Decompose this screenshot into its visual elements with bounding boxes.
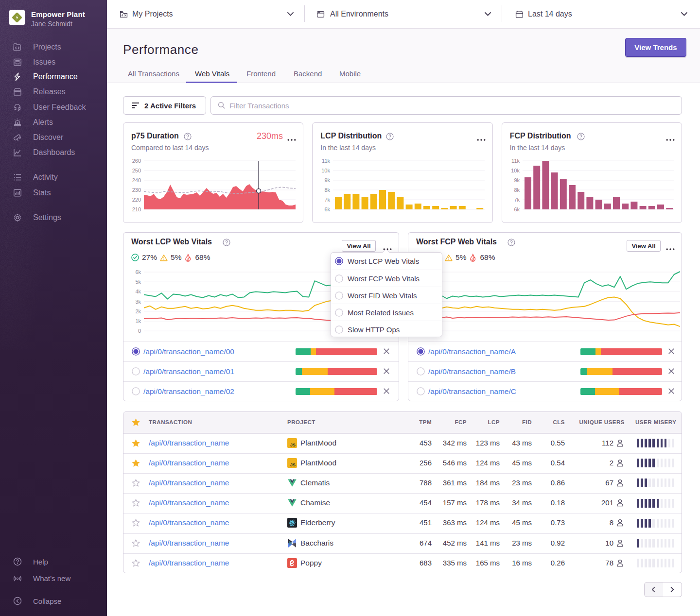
svg-text:0: 0	[138, 328, 141, 334]
svg-text:JS: JS	[290, 442, 296, 447]
svg-text:240: 240	[132, 177, 141, 183]
svg-text:7k: 7k	[325, 197, 331, 203]
svg-text:8k: 8k	[325, 187, 331, 193]
svg-text:6k: 6k	[135, 269, 141, 275]
svg-text:220: 220	[132, 197, 141, 203]
svg-text:210: 210	[132, 206, 141, 212]
svg-text:5k: 5k	[135, 279, 141, 285]
svg-text:JS: JS	[290, 462, 296, 467]
svg-text:9k: 9k	[325, 177, 331, 183]
svg-text:7k: 7k	[514, 197, 520, 203]
svg-text:10k: 10k	[511, 168, 520, 173]
svg-text:10k: 10k	[322, 168, 331, 173]
svg-text:6k: 6k	[325, 206, 331, 212]
svg-text:6k: 6k	[514, 206, 520, 212]
svg-text:11k: 11k	[322, 158, 330, 164]
svg-text:9k: 9k	[514, 177, 520, 183]
svg-text:1k: 1k	[135, 318, 141, 324]
svg-text:230: 230	[132, 187, 141, 193]
svg-text:8k: 8k	[514, 187, 520, 193]
svg-text:3k: 3k	[135, 299, 141, 305]
svg-text:250: 250	[132, 168, 141, 173]
svg-text:11k: 11k	[511, 158, 520, 164]
svg-text:4k: 4k	[135, 289, 141, 294]
svg-text:260: 260	[132, 158, 141, 164]
svg-text:2k: 2k	[135, 308, 141, 314]
